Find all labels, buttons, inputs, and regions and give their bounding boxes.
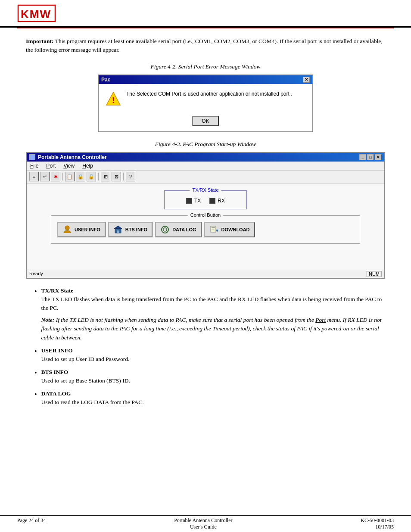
- toolbar-btn-2[interactable]: ↵: [40, 172, 50, 181]
- toolbar-btn-7[interactable]: ⊞: [101, 172, 110, 181]
- toolbar-separator-1: [62, 173, 63, 180]
- footer-center-line1: Portable Antenna Controller: [174, 517, 232, 524]
- txrx-legend: TX/RX State: [190, 187, 221, 193]
- svg-text:!: !: [112, 96, 115, 105]
- toolbar-btn-6[interactable]: 🔓: [87, 172, 96, 181]
- dialog-title: Pac: [101, 77, 110, 83]
- bts-info-label: BTS INFO: [125, 227, 147, 232]
- bullet-content-btsinfo: BTS INFO Used to set up Base Station (BT…: [41, 369, 385, 385]
- svg-point-4: [65, 226, 69, 230]
- warning-icon: !: [106, 91, 121, 106]
- svg-rect-7: [117, 230, 119, 233]
- footer-center: Portable Antenna Controller User's Guide: [174, 517, 232, 530]
- rx-led: [209, 198, 215, 204]
- bullet-title-txrx: TX/RX State: [41, 287, 74, 294]
- pac-window: Portable Antenna Controller _ □ ✕ File P…: [26, 152, 385, 279]
- bullet-txrx: • TX/RX State The TX LED flashes when da…: [34, 287, 385, 342]
- bullet-datalog: • DATA LOG Used to read the LOG DATA fro…: [34, 390, 385, 407]
- pac-maximize-button[interactable]: □: [367, 154, 374, 160]
- tx-led: [186, 198, 192, 204]
- bullet-title-datalog: DATA LOG: [41, 390, 71, 397]
- bullet-title-userinfo: USER INFO: [41, 347, 73, 354]
- txrx-indicators: TX RX: [186, 198, 225, 204]
- pac-minimize-button[interactable]: _: [359, 154, 366, 160]
- control-buttons: USER INFO BTS INFO: [57, 222, 354, 237]
- pac-window-icon: [29, 154, 35, 160]
- bullet-text-datalog: Used to read the LOG DATA from the PAC.: [41, 398, 385, 407]
- bts-info-icon: [113, 225, 123, 234]
- tx-indicator: TX: [186, 198, 201, 204]
- page-footer: Page 24 of 34 Portable Antenna Controlle…: [0, 515, 411, 532]
- svg-rect-13: [212, 227, 215, 228]
- toolbar-btn-4[interactable]: 📋: [65, 172, 75, 181]
- toolbar-btn-3[interactable]: ✱: [51, 172, 60, 181]
- bullet-text-btsinfo: Used to set up Base Station (BTS) ID.: [41, 376, 385, 385]
- error-dialog-box: Pac ✕ ! The Selected COM Port is used an…: [98, 75, 313, 132]
- dialog-close-button[interactable]: ✕: [303, 77, 310, 83]
- bullet-dot-2: •: [34, 348, 37, 355]
- status-num: NUM: [367, 271, 382, 277]
- user-info-icon: [62, 225, 72, 234]
- svg-marker-6: [114, 226, 122, 229]
- svg-rect-14: [212, 229, 214, 230]
- txrx-section: TX/RX State TX RX: [164, 190, 247, 209]
- pac-close-button[interactable]: ✕: [375, 154, 382, 160]
- bullet-dot-4: •: [34, 391, 37, 398]
- logo-area: KMW: [17, 4, 394, 24]
- dialog-titlebar: Pac ✕: [99, 75, 312, 84]
- footer-right-line2: 10/17/05: [361, 524, 394, 530]
- page-header: KMW: [0, 0, 411, 28]
- important-text: This program requires at least one avail…: [26, 38, 383, 53]
- footer-right: KC-50-0001-03 10/17/05: [361, 517, 394, 530]
- toolbar-btn-9[interactable]: ?: [126, 172, 135, 181]
- bullet-content-datalog: DATA LOG Used to read the LOG DATA from …: [41, 390, 385, 407]
- bts-info-button[interactable]: BTS INFO: [108, 222, 153, 237]
- bullet-dot-3: •: [34, 370, 37, 376]
- user-info-button[interactable]: USER INFO: [57, 222, 106, 237]
- pac-titlebar-left: Portable Antenna Controller: [29, 154, 107, 160]
- pac-window-buttons: _ □ ✕: [359, 154, 382, 160]
- pac-window-title: Portable Antenna Controller: [38, 154, 107, 160]
- bullet-note-txrx: Note: If the TX LED is not flashing when…: [41, 316, 385, 342]
- svg-point-9: [163, 228, 167, 231]
- svg-marker-15: [216, 230, 218, 232]
- bullet-text-txrx: The TX LED flashes when data is being tr…: [41, 295, 385, 313]
- download-label: DOWNLOAD: [221, 227, 250, 232]
- bullet-section: • TX/RX State The TX LED flashes when da…: [34, 287, 385, 407]
- svg-line-11: [166, 230, 168, 231]
- bullet-userinfo: • USER INFO Used to set up User ID and P…: [34, 347, 385, 364]
- menu-item-view[interactable]: View: [62, 162, 76, 169]
- toolbar-btn-5[interactable]: 🔒: [76, 172, 85, 181]
- toolbar-separator-3: [123, 173, 124, 180]
- pac-titlebar: Portable Antenna Controller _ □ ✕: [27, 153, 384, 162]
- user-info-label: USER INFO: [75, 227, 100, 232]
- toolbar-btn-8[interactable]: ⊠: [112, 172, 121, 181]
- pac-main-inner: TX/RX State TX RX Control Butt: [34, 190, 377, 244]
- menu-item-help[interactable]: Help: [81, 162, 95, 169]
- bullet-content-txrx: TX/RX State The TX LED flashes when data…: [41, 287, 385, 342]
- toolbar-btn-1[interactable]: ≡: [29, 172, 39, 181]
- important-label: Important:: [26, 38, 54, 44]
- dialog-body: ! The Selected COM Port is used another …: [99, 84, 312, 112]
- download-button[interactable]: DOWNLOAD: [204, 222, 255, 237]
- footer-right-line1: KC-50-0001-03: [361, 517, 394, 524]
- data-log-icon: [160, 225, 170, 234]
- menu-item-port[interactable]: Port: [44, 162, 57, 169]
- figure3-caption: Figure 4-3. PAC Program Start-up Window: [26, 141, 385, 148]
- dialog-message: The Selected COM Port is used another ap…: [126, 90, 305, 98]
- important-notice: Important: This program requires at leas…: [26, 37, 385, 55]
- kmw-logo: KMW: [17, 4, 56, 24]
- pac-menubar: File Port View Help: [27, 162, 384, 171]
- menu-item-file[interactable]: File: [28, 162, 40, 169]
- error-dialog-container: Pac ✕ ! The Selected COM Port is used an…: [26, 75, 385, 132]
- control-section: Control Button USER INFO: [51, 215, 360, 244]
- page-content: Important: This program requires at leas…: [0, 28, 411, 422]
- rx-label: RX: [218, 198, 225, 204]
- dialog-ok-button[interactable]: OK: [192, 116, 218, 126]
- pac-main-area: TX/RX State TX RX Control Butt: [27, 184, 384, 270]
- data-log-button[interactable]: DATA LOG: [155, 222, 201, 237]
- tx-label: TX: [194, 198, 201, 204]
- footer-left: Page 24 of 34: [17, 517, 46, 530]
- download-icon: [209, 225, 219, 234]
- control-legend: Control Button: [188, 212, 223, 218]
